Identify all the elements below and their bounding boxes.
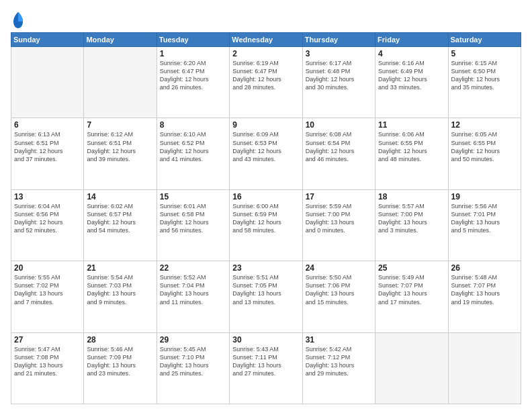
day-cell	[84, 47, 157, 118]
day-number: 26	[451, 263, 518, 273]
day-cell: 27Sunrise: 5:47 AM Sunset: 7:08 PM Dayli…	[11, 332, 84, 404]
week-row-2: 6Sunrise: 6:13 AM Sunset: 6:51 PM Daylig…	[11, 118, 521, 189]
day-info: Sunrise: 5:43 AM Sunset: 7:11 PM Dayligh…	[232, 345, 299, 378]
day-info: Sunrise: 5:45 AM Sunset: 7:10 PM Dayligh…	[160, 345, 226, 378]
day-info: Sunrise: 5:56 AM Sunset: 7:01 PM Dayligh…	[451, 202, 518, 235]
day-info: Sunrise: 5:50 AM Sunset: 7:06 PM Dayligh…	[306, 273, 372, 306]
day-info: Sunrise: 5:55 AM Sunset: 7:02 PM Dayligh…	[14, 273, 81, 306]
day-number: 10	[306, 120, 372, 130]
day-cell: 20Sunrise: 5:55 AM Sunset: 7:02 PM Dayli…	[11, 261, 84, 332]
day-cell	[11, 47, 84, 118]
day-cell: 11Sunrise: 6:06 AM Sunset: 6:55 PM Dayli…	[375, 118, 448, 189]
logo	[11, 11, 24, 30]
day-info: Sunrise: 6:01 AM Sunset: 6:58 PM Dayligh…	[160, 202, 226, 235]
day-info: Sunrise: 6:06 AM Sunset: 6:55 PM Dayligh…	[378, 130, 445, 163]
col-header-saturday: Saturday	[448, 33, 521, 47]
day-number: 23	[232, 263, 299, 273]
day-info: Sunrise: 5:46 AM Sunset: 7:09 PM Dayligh…	[87, 345, 153, 378]
col-header-wednesday: Wednesday	[230, 33, 302, 47]
day-cell: 24Sunrise: 5:50 AM Sunset: 7:06 PM Dayli…	[302, 261, 375, 332]
day-number: 2	[232, 49, 299, 58]
day-cell: 22Sunrise: 5:52 AM Sunset: 7:04 PM Dayli…	[157, 261, 229, 332]
day-info: Sunrise: 5:57 AM Sunset: 7:00 PM Dayligh…	[378, 202, 445, 235]
header-row: SundayMondayTuesdayWednesdayThursdayFrid…	[11, 33, 521, 47]
day-number: 15	[160, 192, 226, 201]
day-cell	[448, 332, 521, 404]
day-cell: 7Sunrise: 6:12 AM Sunset: 6:51 PM Daylig…	[84, 118, 157, 189]
day-cell: 1Sunrise: 6:20 AM Sunset: 6:47 PM Daylig…	[157, 47, 229, 118]
day-cell: 4Sunrise: 6:16 AM Sunset: 6:49 PM Daylig…	[375, 47, 448, 118]
week-row-5: 27Sunrise: 5:47 AM Sunset: 7:08 PM Dayli…	[11, 332, 521, 404]
day-info: Sunrise: 6:02 AM Sunset: 6:57 PM Dayligh…	[87, 202, 153, 235]
day-cell: 8Sunrise: 6:10 AM Sunset: 6:52 PM Daylig…	[157, 118, 229, 189]
day-number: 3	[306, 49, 372, 58]
day-cell: 3Sunrise: 6:17 AM Sunset: 6:48 PM Daylig…	[302, 47, 375, 118]
day-cell: 9Sunrise: 6:09 AM Sunset: 6:53 PM Daylig…	[230, 118, 302, 189]
day-info: Sunrise: 5:48 AM Sunset: 7:07 PM Dayligh…	[451, 273, 518, 306]
day-number: 27	[14, 335, 81, 345]
day-cell: 26Sunrise: 5:48 AM Sunset: 7:07 PM Dayli…	[448, 261, 521, 332]
logo-icon	[12, 11, 24, 30]
day-number: 19	[451, 192, 518, 201]
day-info: Sunrise: 6:17 AM Sunset: 6:48 PM Dayligh…	[306, 59, 372, 92]
day-info: Sunrise: 5:59 AM Sunset: 7:00 PM Dayligh…	[306, 202, 372, 235]
day-cell: 18Sunrise: 5:57 AM Sunset: 7:00 PM Dayli…	[375, 189, 448, 261]
day-number: 8	[160, 120, 226, 130]
day-cell: 6Sunrise: 6:13 AM Sunset: 6:51 PM Daylig…	[11, 118, 84, 189]
day-number: 6	[14, 120, 81, 130]
day-info: Sunrise: 5:47 AM Sunset: 7:08 PM Dayligh…	[14, 345, 81, 378]
day-number: 28	[87, 335, 153, 345]
day-cell: 5Sunrise: 6:15 AM Sunset: 6:50 PM Daylig…	[448, 47, 521, 118]
day-number: 20	[14, 263, 81, 273]
day-number: 29	[160, 335, 226, 345]
day-cell	[375, 332, 448, 404]
day-info: Sunrise: 5:54 AM Sunset: 7:03 PM Dayligh…	[87, 273, 153, 306]
day-cell: 13Sunrise: 6:04 AM Sunset: 6:56 PM Dayli…	[11, 189, 84, 261]
day-info: Sunrise: 5:51 AM Sunset: 7:05 PM Dayligh…	[232, 273, 299, 306]
day-cell: 31Sunrise: 5:42 AM Sunset: 7:12 PM Dayli…	[302, 332, 375, 404]
week-row-1: 1Sunrise: 6:20 AM Sunset: 6:47 PM Daylig…	[11, 47, 521, 118]
week-row-4: 20Sunrise: 5:55 AM Sunset: 7:02 PM Dayli…	[11, 261, 521, 332]
day-info: Sunrise: 6:08 AM Sunset: 6:54 PM Dayligh…	[306, 130, 372, 163]
day-number: 12	[451, 120, 518, 130]
day-info: Sunrise: 5:42 AM Sunset: 7:12 PM Dayligh…	[306, 345, 372, 378]
day-number: 11	[378, 120, 445, 130]
col-header-friday: Friday	[375, 33, 448, 47]
day-cell: 29Sunrise: 5:45 AM Sunset: 7:10 PM Dayli…	[157, 332, 229, 404]
day-number: 1	[160, 49, 226, 58]
day-number: 31	[306, 335, 372, 345]
day-info: Sunrise: 6:20 AM Sunset: 6:47 PM Dayligh…	[160, 59, 226, 92]
day-number: 17	[306, 192, 372, 201]
day-info: Sunrise: 6:00 AM Sunset: 6:59 PM Dayligh…	[232, 202, 299, 235]
day-number: 24	[306, 263, 372, 273]
day-info: Sunrise: 6:16 AM Sunset: 6:49 PM Dayligh…	[378, 59, 445, 92]
col-header-thursday: Thursday	[302, 33, 375, 47]
day-cell: 28Sunrise: 5:46 AM Sunset: 7:09 PM Dayli…	[84, 332, 157, 404]
day-info: Sunrise: 6:15 AM Sunset: 6:50 PM Dayligh…	[451, 59, 518, 92]
day-number: 5	[451, 49, 518, 58]
day-cell: 21Sunrise: 5:54 AM Sunset: 7:03 PM Dayli…	[84, 261, 157, 332]
day-cell: 2Sunrise: 6:19 AM Sunset: 6:47 PM Daylig…	[230, 47, 302, 118]
page: SundayMondayTuesdayWednesdayThursdayFrid…	[0, 0, 532, 411]
day-number: 18	[378, 192, 445, 201]
day-number: 25	[378, 263, 445, 273]
day-number: 4	[378, 49, 445, 58]
day-cell: 25Sunrise: 5:49 AM Sunset: 7:07 PM Dayli…	[375, 261, 448, 332]
day-info: Sunrise: 6:19 AM Sunset: 6:47 PM Dayligh…	[232, 59, 299, 92]
day-number: 21	[87, 263, 153, 273]
day-cell: 16Sunrise: 6:00 AM Sunset: 6:59 PM Dayli…	[230, 189, 302, 261]
day-number: 14	[87, 192, 153, 201]
day-info: Sunrise: 6:12 AM Sunset: 6:51 PM Dayligh…	[87, 130, 153, 163]
day-info: Sunrise: 6:13 AM Sunset: 6:51 PM Dayligh…	[14, 130, 81, 163]
col-header-monday: Monday	[84, 33, 157, 47]
day-info: Sunrise: 6:04 AM Sunset: 6:56 PM Dayligh…	[14, 202, 81, 235]
day-info: Sunrise: 6:10 AM Sunset: 6:52 PM Dayligh…	[160, 130, 226, 163]
day-number: 13	[14, 192, 81, 201]
day-info: Sunrise: 5:49 AM Sunset: 7:07 PM Dayligh…	[378, 273, 445, 306]
day-number: 30	[232, 335, 299, 345]
day-cell: 10Sunrise: 6:08 AM Sunset: 6:54 PM Dayli…	[302, 118, 375, 189]
day-info: Sunrise: 6:05 AM Sunset: 6:55 PM Dayligh…	[451, 130, 518, 163]
day-number: 9	[232, 120, 299, 130]
week-row-3: 13Sunrise: 6:04 AM Sunset: 6:56 PM Dayli…	[11, 189, 521, 261]
day-cell: 17Sunrise: 5:59 AM Sunset: 7:00 PM Dayli…	[302, 189, 375, 261]
